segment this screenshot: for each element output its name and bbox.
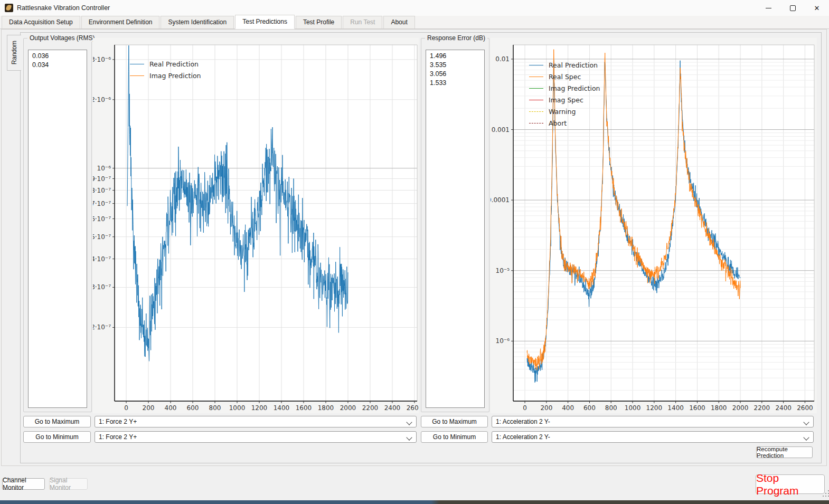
list-item[interactable]: 3.056 xyxy=(426,70,484,79)
tab-test-predictions[interactable]: Test Predictions xyxy=(235,15,295,29)
minimize-button[interactable] xyxy=(756,0,780,16)
x-tick-label: 1200 xyxy=(251,404,268,412)
x-tick-label: 800 xyxy=(209,404,221,412)
y-tick-label: 10⁻⁶ xyxy=(97,165,111,172)
x-tick-label: 1400 xyxy=(667,404,684,412)
signal-monitor-button: Signal Monitor xyxy=(49,478,88,490)
excitation-maximum-channel-value: 1: Force 2 Y+ xyxy=(99,418,137,425)
chart-canvas: 0200400600800100012001400160018002000220… xyxy=(93,38,419,413)
stop-program-button[interactable]: Stop Program xyxy=(756,474,825,494)
legend-label: Imag Spec xyxy=(549,96,583,104)
list-item[interactable]: 0.036 xyxy=(29,52,87,61)
x-tick-label: 2400 xyxy=(384,404,401,412)
y-tick-label: 6·10⁻⁷ xyxy=(93,215,111,223)
resize-grip[interactable] xyxy=(825,493,826,494)
legend-entry: Abort xyxy=(529,117,600,129)
list-item[interactable]: 0.034 xyxy=(29,61,87,70)
response-error-group: Response Error (dB) 1.4963.5353.0561.533 xyxy=(421,38,489,412)
x-tick-label: 2400 xyxy=(775,404,792,412)
response-go-to-maximum-button[interactable]: Go to Maximum xyxy=(421,416,488,427)
title-bar: Rattlesnake Vibration Controller ✕ xyxy=(0,0,829,16)
legend-entry: Imag Prediction xyxy=(529,82,600,94)
y-tick-label: 9·10⁻⁷ xyxy=(93,175,111,183)
x-tick-label: 2000 xyxy=(732,404,749,412)
excitation-go-to-maximum-button[interactable]: Go to Maximum xyxy=(23,416,91,427)
response-maximum-channel-select[interactable]: 1: Acceleration 2 Y- xyxy=(492,416,814,427)
x-tick-label: 2600 xyxy=(797,404,813,412)
chevron-down-icon xyxy=(406,434,412,440)
maximize-icon xyxy=(790,5,796,11)
output-voltages-group: Output Voltages (RMS) 0.0360.034 xyxy=(23,38,92,412)
x-tick-label: 2200 xyxy=(362,404,379,412)
y-tick-label: 10⁻⁶ xyxy=(496,337,510,345)
x-tick-label: 2600 xyxy=(407,404,419,412)
legend-line-sample xyxy=(529,77,543,77)
output-voltages-list[interactable]: 0.0360.034 xyxy=(28,50,87,408)
legend-entry: Imag Spec xyxy=(529,94,600,106)
x-tick-label: 200 xyxy=(540,404,552,412)
chart-legend: Real PredictionReal SpecImag PredictionI… xyxy=(529,59,600,129)
response-prediction-chart[interactable]: 0200400600800100012001400160018002000220… xyxy=(491,38,817,413)
response-error-title: Response Error (dB) xyxy=(425,34,487,42)
tab-test-profile[interactable]: Test Profile xyxy=(296,16,342,28)
x-tick-label: 600 xyxy=(187,404,199,412)
list-item[interactable]: 3.535 xyxy=(426,61,484,70)
response-maximum-channel-value: 1: Acceleration 2 Y- xyxy=(496,418,550,425)
x-tick-label: 1800 xyxy=(711,404,727,412)
legend-line-sample xyxy=(529,88,543,89)
x-tick-label: 600 xyxy=(583,404,596,412)
close-button[interactable]: ✕ xyxy=(805,0,829,16)
legend-line-sample xyxy=(529,123,543,123)
legend-label: Imag Prediction xyxy=(549,84,600,92)
environment-tab-label: Random xyxy=(11,41,18,64)
x-tick-label: 1000 xyxy=(625,404,641,412)
x-tick-label: 2200 xyxy=(754,404,770,412)
excitation-maximum-channel-select[interactable]: 1: Force 2 Y+ xyxy=(95,416,417,427)
x-tick-label: 1000 xyxy=(229,404,246,412)
tab-environment-random[interactable]: Random xyxy=(7,35,21,71)
x-tick-label: 1800 xyxy=(318,404,334,412)
legend-label: Abort xyxy=(549,119,567,127)
tab-data-acquisition-setup[interactable]: Data Acquisition Setup xyxy=(2,16,80,28)
chevron-down-icon xyxy=(406,419,412,425)
excitation-minimum-channel-select[interactable]: 1: Force 2 Y+ xyxy=(95,431,417,443)
tab-environment-definition[interactable]: Environment Definition xyxy=(81,16,160,28)
chevron-down-icon xyxy=(803,434,809,440)
x-tick-label: 2000 xyxy=(340,404,356,412)
maximize-button[interactable] xyxy=(780,0,805,16)
chevron-down-icon xyxy=(803,419,809,425)
legend-entry: Imag Prediction xyxy=(130,70,201,81)
legend-label: Imag Prediction xyxy=(149,72,201,80)
legend-label: Real Spec xyxy=(549,73,581,81)
legend-entry: Real Prediction xyxy=(529,59,600,71)
list-item[interactable]: 1.533 xyxy=(426,79,484,88)
response-error-list[interactable]: 1.4963.5353.0561.533 xyxy=(426,50,485,408)
excitation-go-to-minimum-button[interactable]: Go to Minimum xyxy=(23,431,91,443)
response-go-to-minimum-button[interactable]: Go to Minimum xyxy=(421,431,488,443)
response-minimum-channel-select[interactable]: 1: Acceleration 2 Y- xyxy=(492,431,814,443)
legend-line-sample xyxy=(529,111,543,112)
tab-system-identification[interactable]: System Identification xyxy=(161,16,234,28)
excitation-minimum-channel-value: 1: Force 2 Y+ xyxy=(99,433,137,441)
channel-monitor-button[interactable]: Channel Monitor xyxy=(2,478,45,490)
taskbar-sliver xyxy=(0,500,829,504)
tab-about[interactable]: About xyxy=(383,16,414,28)
x-tick-label: 400 xyxy=(562,404,574,412)
list-item[interactable]: 1.496 xyxy=(426,52,484,61)
y-tick-label: 2·10⁻⁶ xyxy=(93,96,111,103)
excitation-prediction-chart[interactable]: 0200400600800100012001400160018002000220… xyxy=(93,38,419,413)
y-tick-label: 10⁻⁵ xyxy=(496,267,510,274)
footer-bar: Channel Monitor Signal Monitor Stop Prog… xyxy=(0,467,829,500)
minimize-icon xyxy=(766,8,771,8)
app-window: Rattlesnake Vibration Controller ✕ Data … xyxy=(0,0,829,504)
plot-area[interactable] xyxy=(115,45,417,401)
legend-entry: Warning xyxy=(529,106,600,117)
app-icon xyxy=(5,4,13,12)
legend-entry: Real Spec xyxy=(529,71,600,82)
y-tick-label: 3·10⁻⁷ xyxy=(93,283,111,291)
y-tick-label: 2·10⁻⁷ xyxy=(93,324,111,331)
legend-label: Warning xyxy=(549,108,576,116)
tab-run-test: Run Test xyxy=(343,16,382,28)
recompute-prediction-button[interactable]: Recompute Prediction xyxy=(756,446,813,458)
x-tick-label: 1200 xyxy=(646,404,663,412)
